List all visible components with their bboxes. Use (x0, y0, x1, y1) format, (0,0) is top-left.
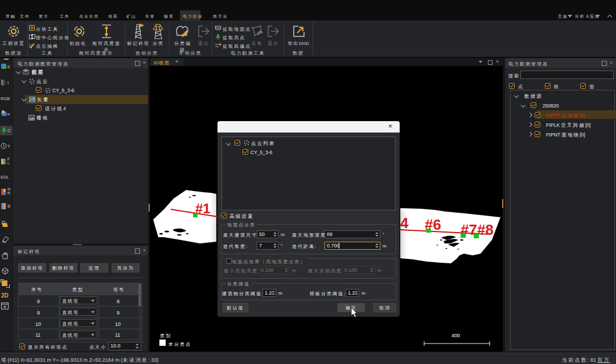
svg-text:4: 4 (400, 214, 409, 231)
svg-text:400: 400 (451, 333, 460, 338)
svg-text:#1: #1 (195, 201, 211, 216)
